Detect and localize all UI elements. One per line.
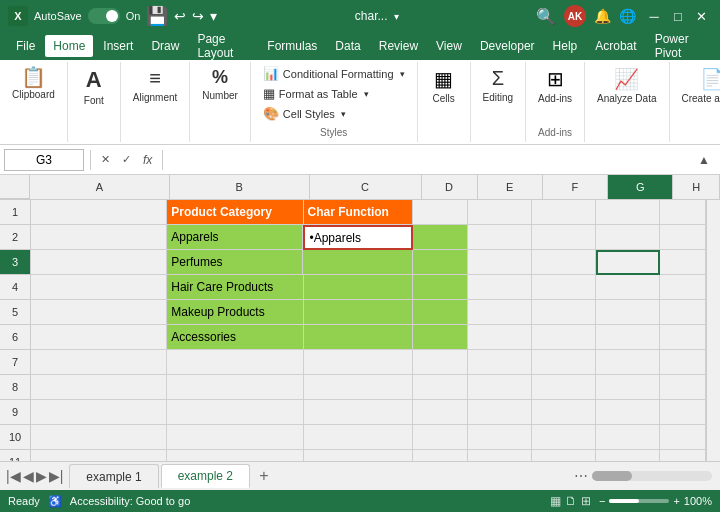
menu-draw[interactable]: Draw xyxy=(143,35,187,57)
cell-b7[interactable] xyxy=(167,350,303,375)
number-button[interactable]: % Number xyxy=(196,64,244,104)
autosave-toggle[interactable] xyxy=(88,8,120,24)
cell-f8[interactable] xyxy=(532,375,596,400)
conditional-formatting-button[interactable]: 📊 Conditional Formatting ▾ xyxy=(257,64,411,83)
cell-f10[interactable] xyxy=(532,425,596,450)
cell-f4[interactable] xyxy=(532,275,596,300)
menu-developer[interactable]: Developer xyxy=(472,35,543,57)
cell-e4[interactable] xyxy=(468,275,532,300)
cell-c4[interactable] xyxy=(304,275,413,300)
cell-f5[interactable] xyxy=(532,300,596,325)
cell-g7[interactable] xyxy=(596,350,660,375)
menu-view[interactable]: View xyxy=(428,35,470,57)
cell-g2[interactable] xyxy=(596,225,660,250)
cell-f7[interactable] xyxy=(532,350,596,375)
cell-d11[interactable] xyxy=(413,450,468,461)
cell-f6[interactable] xyxy=(532,325,596,350)
cell-c9[interactable] xyxy=(304,400,413,425)
row-header-11[interactable]: 11 xyxy=(0,450,30,461)
cell-e1[interactable] xyxy=(468,200,532,225)
row-header-2[interactable]: 2 xyxy=(0,225,30,250)
cell-e11[interactable] xyxy=(468,450,532,461)
cell-g1[interactable] xyxy=(596,200,660,225)
analyze-data-button[interactable]: 📈 Analyze Data xyxy=(591,64,662,107)
normal-view-button[interactable]: ▦ xyxy=(550,494,561,508)
cell-b4[interactable]: Hair Care Products xyxy=(167,275,303,300)
cell-e8[interactable] xyxy=(468,375,532,400)
filename-dropdown-icon[interactable]: ▾ xyxy=(394,11,399,22)
cell-g10[interactable] xyxy=(596,425,660,450)
menu-data[interactable]: Data xyxy=(327,35,368,57)
cell-c8[interactable] xyxy=(304,375,413,400)
menu-review[interactable]: Review xyxy=(371,35,426,57)
row-header-3[interactable]: 3 xyxy=(0,250,30,275)
editing-button[interactable]: Σ Editing xyxy=(477,64,520,106)
first-sheet-icon[interactable]: |◀ xyxy=(6,468,21,484)
create-pdf-button[interactable]: 📄 Create a PDF xyxy=(676,64,721,107)
cell-d6[interactable] xyxy=(413,325,468,350)
tab-example2[interactable]: example 2 xyxy=(161,464,250,488)
page-layout-view-button[interactable]: 🗋 xyxy=(565,494,577,508)
addins-button[interactable]: ⊞ Add-ins xyxy=(532,64,578,107)
cell-c1[interactable]: Char Function xyxy=(304,200,413,225)
zoom-slider[interactable] xyxy=(609,499,669,503)
save-icon[interactable]: 💾 xyxy=(146,5,168,27)
cell-d1[interactable] xyxy=(413,200,468,225)
cancel-formula-button[interactable]: ✕ xyxy=(97,151,114,168)
confirm-formula-button[interactable]: ✓ xyxy=(118,151,135,168)
cell-a1[interactable] xyxy=(31,200,167,225)
cell-a8[interactable] xyxy=(31,375,167,400)
search-icon[interactable]: 🔍 xyxy=(536,7,556,26)
redo-icon[interactable]: ↪ xyxy=(192,8,204,24)
cell-b8[interactable] xyxy=(167,375,303,400)
add-sheet-button[interactable]: + xyxy=(252,464,276,488)
cell-g11[interactable] xyxy=(596,450,660,461)
cell-a11[interactable] xyxy=(31,450,167,461)
menu-help[interactable]: Help xyxy=(545,35,586,57)
menu-acrobat[interactable]: Acrobat xyxy=(587,35,644,57)
cell-g6[interactable] xyxy=(596,325,660,350)
formula-input[interactable] xyxy=(169,149,688,171)
menu-home[interactable]: Home xyxy=(45,35,93,57)
cell-g3[interactable] xyxy=(596,250,660,275)
cell-f2[interactable] xyxy=(532,225,596,250)
col-header-d[interactable]: D xyxy=(422,175,478,199)
row-header-10[interactable]: 10 xyxy=(0,425,30,450)
name-box[interactable]: G3 xyxy=(4,149,84,171)
cell-a5[interactable] xyxy=(31,300,167,325)
cell-b2[interactable]: Apparels xyxy=(167,225,303,250)
close-button[interactable]: ✕ xyxy=(692,6,712,26)
col-header-b[interactable]: B xyxy=(170,175,310,199)
cell-e7[interactable] xyxy=(468,350,532,375)
more-sheets-icon[interactable]: ⋯ xyxy=(574,468,588,484)
cell-h11[interactable] xyxy=(660,450,706,461)
select-all-corner[interactable] xyxy=(0,175,30,199)
cell-a4[interactable] xyxy=(31,275,167,300)
cell-e3[interactable] xyxy=(468,250,532,275)
cell-d9[interactable] xyxy=(413,400,468,425)
zoom-out-icon[interactable]: − xyxy=(599,495,605,507)
cell-c10[interactable] xyxy=(304,425,413,450)
menu-page-layout[interactable]: Page Layout xyxy=(189,28,257,64)
cell-e6[interactable] xyxy=(468,325,532,350)
cell-b9[interactable] xyxy=(167,400,303,425)
cell-c7[interactable] xyxy=(304,350,413,375)
next-sheet-icon[interactable]: ▶ xyxy=(36,468,47,484)
row-header-8[interactable]: 8 xyxy=(0,375,30,400)
cell-a6[interactable] xyxy=(31,325,167,350)
col-header-g[interactable]: G xyxy=(608,175,673,199)
cell-f11[interactable] xyxy=(532,450,596,461)
cell-b5[interactable]: Makeup Products xyxy=(167,300,303,325)
cell-c5[interactable] xyxy=(304,300,413,325)
cell-d2[interactable] xyxy=(413,225,468,250)
share-icon[interactable]: 🌐 xyxy=(619,8,636,24)
cell-c3[interactable] xyxy=(303,250,412,275)
row-header-6[interactable]: 6 xyxy=(0,325,30,350)
ribbon-collapse-icon[interactable]: 🔔 xyxy=(594,8,611,24)
cell-h10[interactable] xyxy=(660,425,706,450)
col-header-a[interactable]: A xyxy=(30,175,170,199)
cell-f9[interactable] xyxy=(532,400,596,425)
prev-sheet-icon[interactable]: ◀ xyxy=(23,468,34,484)
cell-a3[interactable] xyxy=(31,250,167,275)
cell-a7[interactable] xyxy=(31,350,167,375)
